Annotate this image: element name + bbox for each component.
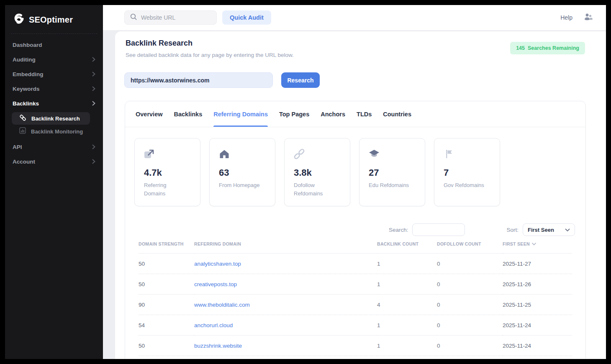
col-domain-strength: DOMAIN STRENGTH: [139, 241, 194, 254]
chevron-down-icon: [532, 241, 536, 246]
website-url-search[interactable]: [124, 10, 217, 25]
table-row: 50 creativeposts.top 1 0 2025-11-26: [139, 274, 572, 295]
sidebar-item-auditing[interactable]: Auditing: [5, 52, 103, 67]
table-row: 90 www.thebolditalic.com 4 0 2025-11-25: [139, 295, 572, 315]
search-label: Search:: [389, 227, 408, 233]
table-header-row: DOMAIN STRENGTH REFERRING DOMAIN BACKLIN…: [139, 241, 572, 254]
tab-referring-domains[interactable]: Referring Domains: [213, 101, 268, 127]
stat-label: Referring Domains: [144, 181, 187, 197]
stat-cards: 4.7k Referring Domains 63 From Homepage: [134, 138, 500, 206]
tab-top-pages[interactable]: Top Pages: [279, 101, 309, 127]
searches-remaining-count: 145: [516, 45, 525, 51]
stat-label: Dofollow Refdomains: [294, 181, 337, 197]
chevron-right-icon: [92, 158, 95, 166]
chevron-right-icon: [92, 56, 95, 64]
sort-select[interactable]: First Seen: [523, 223, 575, 236]
stat-label: Gov Refdomains: [444, 181, 487, 190]
home-icon: [219, 149, 266, 160]
tab-backlinks[interactable]: Backlinks: [174, 101, 203, 127]
stat-value: 7: [444, 167, 490, 178]
sidebar-item-backlink-monitoring[interactable]: Backlink Monitoring: [5, 125, 103, 138]
tab-tlds[interactable]: TLDs: [357, 101, 372, 127]
chevron-right-icon: [92, 85, 95, 93]
stat-card-dofollow-refdomains: 3.8k Dofollow Refdomains: [284, 138, 350, 206]
referring-domains-table: DOMAIN STRENGTH REFERRING DOMAIN BACKLIN…: [139, 241, 572, 356]
chevron-down-icon: [565, 226, 570, 233]
sidebar-item-embedding[interactable]: Embedding: [5, 67, 103, 82]
sort-label: Sort:: [506, 227, 519, 233]
content-card: Backlink Research See detailed backlink …: [115, 31, 606, 359]
main-area: Quick Audit Help Backlink Research See d…: [103, 5, 606, 359]
searches-remaining-label: Searches Remaining: [528, 45, 579, 51]
results-panel: Overview Backlinks Referring Domains Top…: [125, 101, 586, 359]
table-row: 54 anchorurl.cloud 1 0 2025-11-24: [139, 315, 572, 336]
stat-value: 27: [369, 167, 416, 178]
sidebar-menu: Dashboard Auditing Embedding Keywords: [5, 38, 103, 169]
col-first-seen[interactable]: FIRST SEEN: [503, 241, 572, 254]
url-row: Research: [124, 72, 320, 88]
sidebar-item-backlinks[interactable]: Backlinks: [5, 96, 103, 111]
link-icon: [19, 114, 26, 123]
stat-card-referring-domains: 4.7k Referring Domains: [134, 138, 200, 206]
flag-icon: [444, 149, 490, 160]
referring-domain-link[interactable]: anchorurl.cloud: [194, 322, 233, 328]
tab-bar: Overview Backlinks Referring Domains Top…: [125, 101, 585, 127]
workspace: Backlink Research See detailed backlink …: [103, 30, 606, 359]
chevron-right-icon: [92, 100, 95, 108]
searches-remaining-badge: 145 Searches Remaining: [510, 42, 585, 54]
search-icon: [130, 13, 137, 22]
table-search-group: Search:: [389, 223, 465, 236]
topbar-right: Help: [560, 13, 606, 23]
stat-value: 3.8k: [294, 167, 341, 178]
stat-value: 63: [219, 167, 266, 178]
stat-label: Edu Refdomains: [369, 181, 412, 190]
external-link-icon: [144, 149, 191, 160]
sort-value: First Seen: [528, 227, 554, 233]
bar-chart-icon: [19, 127, 26, 136]
referring-domain-link[interactable]: buzzshrink.website: [194, 343, 242, 349]
sidebar-divider: [11, 33, 97, 34]
tab-countries[interactable]: Countries: [383, 101, 411, 127]
app-window: SEOptimer Dashboard Auditing Embedding K…: [0, 0, 611, 364]
stat-card-gov-refdomains: 7 Gov Refdomains: [434, 138, 500, 206]
col-dofollow-count: DOFOLLOW COUNT: [437, 241, 503, 254]
table-row: 50 buzzshrink.website 1 0 2025-11-24: [139, 336, 572, 356]
tab-anchors[interactable]: Anchors: [321, 101, 345, 127]
graduation-cap-icon: [369, 149, 416, 160]
stat-value: 4.7k: [144, 167, 191, 178]
table-search-input[interactable]: [412, 223, 465, 236]
page-title: Backlink Research: [126, 39, 193, 48]
website-url-input[interactable]: [141, 14, 208, 21]
stat-label: From Homepage: [219, 181, 262, 190]
referring-domain-link[interactable]: creativeposts.top: [194, 281, 237, 287]
col-backlink-count: BACKLINK COUNT: [377, 241, 437, 254]
col-referring-domain: REFERRING DOMAIN: [194, 241, 377, 254]
logo-text: SEOptimer: [29, 15, 73, 25]
stat-card-from-homepage: 63 From Homepage: [209, 138, 275, 206]
link-icon: [294, 149, 341, 160]
sidebar-item-api[interactable]: API: [5, 140, 103, 154]
tab-overview[interactable]: Overview: [136, 101, 163, 127]
quick-audit-button[interactable]: Quick Audit: [222, 10, 271, 25]
referring-domain-link[interactable]: www.thebolditalic.com: [194, 302, 250, 308]
table-row: 50 analyticshaven.top 1 0 2025-11-27: [139, 254, 572, 274]
chevron-right-icon: [92, 71, 95, 78]
sidebar-item-backlink-research[interactable]: Backlink Research: [12, 112, 90, 125]
logo[interactable]: SEOptimer: [13, 13, 73, 27]
stat-card-edu-refdomains: 27 Edu Refdomains: [359, 138, 425, 206]
seoptimer-logo-icon: [13, 13, 25, 27]
referring-domain-link[interactable]: analyticshaven.top: [194, 261, 241, 267]
sidebar-item-keywords[interactable]: Keywords: [5, 82, 103, 96]
chevron-right-icon: [92, 144, 95, 151]
sidebar-item-dashboard[interactable]: Dashboard: [5, 38, 103, 52]
help-link[interactable]: Help: [560, 14, 572, 21]
research-button[interactable]: Research: [281, 72, 320, 88]
users-icon[interactable]: [583, 13, 593, 23]
research-url-input[interactable]: [124, 72, 273, 88]
topbar: Quick Audit Help: [103, 5, 606, 30]
page-subtitle: See detailed backlink data for any page …: [126, 52, 294, 58]
sort-group: Sort: First Seen: [506, 223, 575, 236]
sidebar: SEOptimer Dashboard Auditing Embedding K…: [5, 5, 103, 359]
sidebar-item-account[interactable]: Account: [5, 154, 103, 169]
